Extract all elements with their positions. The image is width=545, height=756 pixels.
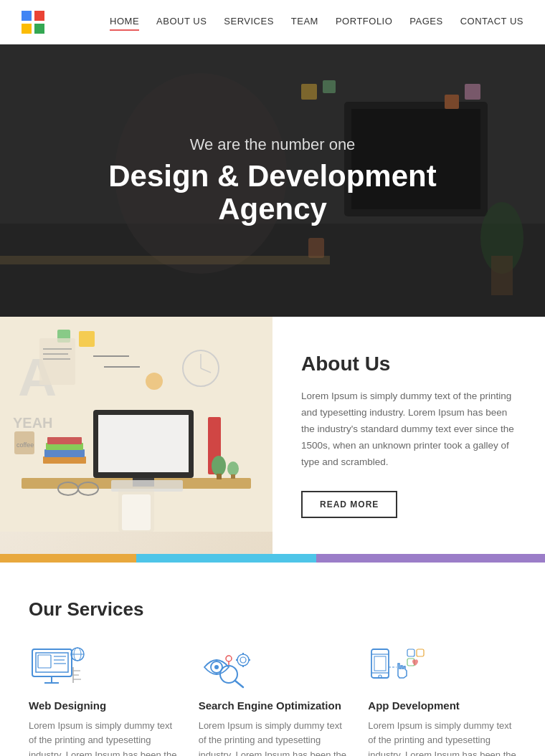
color-bar [0, 554, 545, 563]
svg-point-75 [240, 657, 246, 663]
hero-title: Design & Development Agency [57, 160, 488, 226]
svg-point-74 [237, 654, 249, 666]
about-title: About Us [301, 353, 516, 375]
nav-item-team[interactable]: TEAM [291, 16, 318, 29]
service-name-web: Web Designing [29, 699, 177, 712]
svg-point-85 [379, 675, 382, 678]
color-bar-segment-blue [136, 554, 316, 563]
nav-item-home[interactable]: HOME [110, 16, 139, 29]
hero-section: We are the number one Design & Developme… [0, 44, 545, 317]
svg-rect-1 [34, 11, 44, 21]
color-bar-segment-purple [316, 554, 545, 563]
svg-rect-3 [34, 24, 44, 34]
services-section: Our Services [0, 563, 545, 756]
hero-content: We are the number one Design & Developme… [57, 135, 488, 226]
service-desc-web: Lorem Ipsum is simply dummy text of the … [29, 719, 177, 756]
seo-icon [199, 646, 256, 689]
app-dev-icon [368, 646, 425, 689]
color-bar-segment-orange [0, 554, 136, 563]
hero-subtitle: We are the number one [57, 135, 488, 154]
service-item-seo: Search Engine Optimization Lorem Ipsum i… [199, 646, 347, 756]
service-desc-seo: Lorem Ipsum is simply dummy text of the … [199, 719, 347, 756]
nav: HOME ABOUT US SERVICES TEAM PORTFOLIO PA… [110, 16, 523, 29]
svg-point-80 [226, 656, 232, 661]
service-name-app: App Development [368, 699, 516, 712]
header: HOME ABOUT US SERVICES TEAM PORTFOLIO PA… [0, 0, 545, 44]
nav-item-about[interactable]: ABOUT US [156, 16, 207, 29]
service-item-app: App Development Lorem Ipsum is simply du… [368, 646, 516, 756]
about-text: Lorem Ipsum is simply dummy text of the … [301, 388, 516, 471]
svg-rect-88 [417, 649, 424, 656]
logo[interactable] [22, 11, 44, 34]
svg-rect-0 [22, 11, 32, 21]
svg-rect-87 [407, 649, 414, 656]
nav-item-contact[interactable]: CONTACT US [460, 16, 523, 29]
about-image: A YEAH coffee [0, 317, 272, 554]
svg-rect-86 [374, 656, 386, 671]
svg-point-71 [214, 665, 219, 669]
svg-rect-54 [0, 317, 272, 532]
service-name-seo: Search Engine Optimization [199, 699, 347, 712]
about-section: A YEAH coffee [0, 317, 545, 554]
svg-rect-56 [36, 653, 68, 672]
nav-item-portfolio[interactable]: PORTFOLIO [336, 16, 392, 29]
service-item-web: Web Designing Lorem Ipsum is simply dumm… [29, 646, 177, 756]
services-grid: Web Designing Lorem Ipsum is simply dumm… [29, 646, 516, 756]
read-more-button[interactable]: READ MORE [301, 491, 397, 518]
svg-rect-2 [22, 24, 32, 34]
service-desc-app: Lorem Ipsum is simply dummy text of the … [368, 719, 516, 756]
services-title: Our Services [29, 598, 516, 621]
svg-line-73 [235, 681, 243, 687]
about-content: About Us Lorem Ipsum is simply dummy tex… [272, 317, 545, 554]
nav-item-services[interactable]: SERVICES [224, 16, 274, 29]
nav-item-pages[interactable]: PAGES [409, 16, 442, 29]
svg-rect-57 [38, 655, 51, 668]
web-design-icon [29, 646, 86, 689]
